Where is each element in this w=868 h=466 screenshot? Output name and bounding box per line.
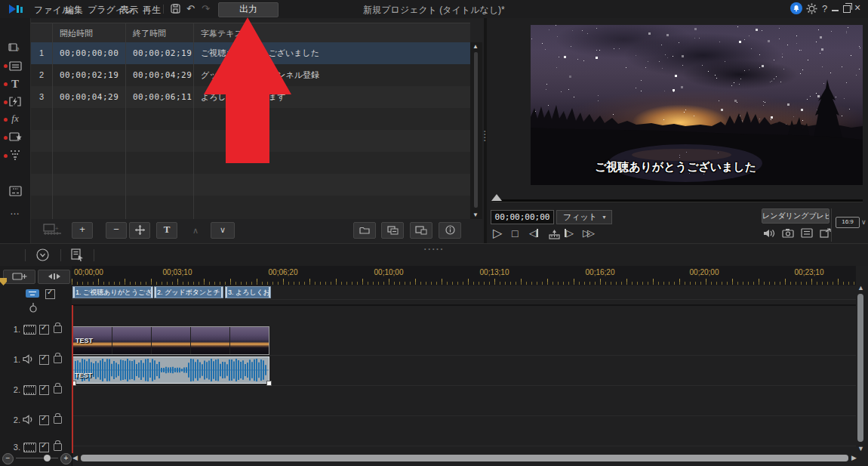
minimize-icon[interactable] bbox=[832, 10, 839, 11]
start-time[interactable]: 00;00;00;00 bbox=[60, 42, 119, 64]
snapshot-camera-icon[interactable] bbox=[782, 228, 794, 238]
column-header-end[interactable]: 終了時間 bbox=[133, 28, 166, 39]
splitter-grip[interactable]: •••• bbox=[484, 130, 485, 142]
track-enable-checkbox[interactable] bbox=[39, 355, 49, 365]
subtitle-clip-3[interactable]: 3. よろしくお願 bbox=[225, 286, 271, 298]
track-enable-checkbox[interactable] bbox=[39, 325, 49, 335]
subtitle-text[interactable]: グッドボタンとチャンネル登録 bbox=[201, 64, 466, 86]
column-header-text[interactable]: 字幕テキスト bbox=[201, 28, 251, 39]
preview-timecode[interactable]: 00;00;00;00 bbox=[491, 210, 554, 224]
subtitle-row-1[interactable]: 1 00;00;00;00 00;00;02;19 ご視聴ありがとうございました bbox=[31, 42, 470, 64]
sidebar-item-media-room[interactable]: ♪ bbox=[0, 42, 30, 59]
aspect-ratio-badge[interactable]: 16:9 bbox=[836, 217, 860, 228]
subtitle-track-enable-checkbox[interactable] bbox=[45, 289, 55, 299]
menu-view[interactable]: 表示 bbox=[120, 4, 138, 17]
column-header-start[interactable]: 開始時間 bbox=[60, 28, 93, 39]
sidebar-item-overlay-room[interactable] bbox=[0, 131, 30, 148]
end-time[interactable]: 00;00;06;11 bbox=[133, 86, 192, 108]
track-enable-checkbox[interactable] bbox=[39, 415, 49, 425]
sidebar-item-title-room[interactable]: T bbox=[0, 78, 30, 94]
zoom-out-button[interactable]: − bbox=[2, 453, 14, 464]
audio-clip[interactable] bbox=[72, 356, 269, 384]
splitter-grip-horizontal[interactable]: ••••• bbox=[424, 248, 445, 251]
scroll-up-icon[interactable]: ▲ bbox=[857, 284, 864, 292]
merge-down-button[interactable]: ∨ bbox=[211, 222, 235, 239]
audio-track-1-header[interactable]: 1. bbox=[0, 344, 72, 375]
fast-forward-button[interactable]: ▷▷ bbox=[583, 227, 592, 240]
volume-icon[interactable] bbox=[763, 228, 776, 239]
video-clip[interactable] bbox=[72, 326, 269, 355]
playhead-line[interactable] bbox=[72, 305, 73, 453]
end-time[interactable]: 00;00;02;19 bbox=[133, 42, 192, 64]
sidebar-item-subtitle-room[interactable] bbox=[0, 186, 30, 202]
export-srt-button[interactable] bbox=[410, 222, 432, 239]
video-track-3-header[interactable]: 3. bbox=[0, 435, 72, 453]
track-lock-icon[interactable] bbox=[54, 416, 62, 424]
restore-window-icon[interactable] bbox=[843, 5, 851, 13]
next-frame-button[interactable]: ▷ bbox=[565, 227, 574, 240]
stop-button[interactable]: □ bbox=[512, 227, 518, 240]
collapse-panel-icon[interactable] bbox=[36, 248, 49, 261]
next-marker-button[interactable] bbox=[549, 230, 560, 239]
subtitle-clip-2[interactable]: 2. グッドボタンとチャンネル bbox=[154, 286, 223, 298]
subtitle-track-header[interactable] bbox=[0, 287, 72, 301]
track-lock-icon[interactable] bbox=[54, 386, 62, 393]
settings-gear-icon[interactable] bbox=[806, 3, 817, 14]
preview-quality-icon[interactable] bbox=[801, 228, 813, 238]
timeline-ruler[interactable]: 00;00;00 00;03;10 00;06;20 00;10;00 00;1… bbox=[72, 266, 856, 286]
subtitle-text[interactable]: ご視聴ありがとうございました bbox=[201, 42, 466, 64]
end-time[interactable]: 00;00;04;29 bbox=[133, 64, 192, 86]
previous-frame-button[interactable]: ◁ bbox=[529, 227, 538, 240]
scroll-down-icon[interactable]: ▼ bbox=[857, 445, 864, 452]
preview-seekbar[interactable] bbox=[493, 199, 863, 202]
scroll-right-icon[interactable]: ▶ bbox=[851, 454, 857, 461]
add-subtitle-button[interactable]: + bbox=[72, 222, 93, 239]
audio-track-2-header[interactable]: 2. bbox=[0, 405, 72, 435]
close-icon[interactable]: × bbox=[854, 2, 860, 14]
sidebar-item-template-room[interactable] bbox=[0, 60, 30, 77]
subtitle-text-format-button[interactable]: T bbox=[156, 222, 177, 239]
script-list-icon[interactable] bbox=[71, 248, 84, 261]
redo-icon[interactable]: ↷ bbox=[202, 3, 210, 15]
scroll-up-icon[interactable]: ▲ bbox=[472, 43, 479, 50]
seekbar-handle[interactable] bbox=[491, 194, 502, 201]
track-lock-icon[interactable] bbox=[54, 326, 62, 333]
aspect-chevron-icon[interactable]: ∨ bbox=[861, 218, 866, 226]
subtitle-text[interactable]: よろしくお願いします bbox=[201, 86, 466, 108]
fit-timeline-button[interactable] bbox=[38, 270, 70, 284]
clip-handle[interactable] bbox=[266, 381, 272, 386]
start-time[interactable]: 00;00;02;19 bbox=[60, 64, 119, 86]
track-enable-checkbox[interactable] bbox=[39, 385, 49, 395]
menu-edit[interactable]: 編集 bbox=[65, 4, 83, 17]
save-icon[interactable] bbox=[171, 4, 181, 14]
render-preview-button[interactable]: レンダリングプレビ... bbox=[762, 208, 830, 224]
scroll-down-icon[interactable]: ▼ bbox=[472, 211, 479, 218]
zoom-slider-handle[interactable] bbox=[44, 455, 51, 461]
undock-preview-icon[interactable] bbox=[820, 228, 831, 238]
zoom-in-button[interactable]: + bbox=[60, 453, 72, 464]
video-track-2-header[interactable]: 2. bbox=[0, 375, 72, 405]
more-rooms-icon[interactable]: … bbox=[0, 205, 30, 222]
timeline-vertical-scrollbar[interactable]: ▲ ▼ bbox=[856, 284, 866, 453]
scrollbar-thumb[interactable] bbox=[857, 294, 863, 442]
help-icon[interactable]: ? bbox=[822, 3, 827, 14]
track-lock-icon[interactable] bbox=[54, 356, 62, 363]
remove-subtitle-button[interactable]: − bbox=[106, 222, 127, 239]
notification-bell-icon[interactable] bbox=[790, 2, 802, 14]
import-srt-button[interactable] bbox=[381, 222, 404, 239]
scroll-left-icon[interactable]: ◀ bbox=[72, 454, 78, 461]
marker-pin-icon[interactable] bbox=[29, 302, 38, 313]
timeline-horizontal-scrollbar[interactable] bbox=[81, 455, 848, 461]
subtitle-row-3[interactable]: 3 00;00;04;29 00;00;06;11 よろしくお願いします bbox=[31, 86, 470, 108]
subtitle-clip-1[interactable]: 1. ご視聴ありがとうございまし bbox=[72, 286, 153, 298]
video-preview-stage[interactable]: ご視聴ありがとうございました bbox=[531, 25, 863, 185]
zoom-mode-dropdown[interactable]: フィット▼ bbox=[556, 210, 612, 224]
subtitle-table-scrollbar[interactable]: ▲ ▼ bbox=[470, 42, 482, 219]
sidebar-item-effect-room[interactable]: fx bbox=[0, 113, 30, 129]
menu-play[interactable]: 再生 bbox=[143, 4, 161, 17]
split-subtitle-button[interactable] bbox=[129, 222, 150, 239]
subtitle-row-2[interactable]: 2 00;00;02;19 00;00;04;29 グッドボタンとチャンネル登録 bbox=[31, 64, 470, 86]
scrollbar-thumb[interactable] bbox=[474, 52, 478, 208]
info-button[interactable] bbox=[439, 222, 461, 239]
track-lock-icon[interactable] bbox=[54, 443, 62, 451]
